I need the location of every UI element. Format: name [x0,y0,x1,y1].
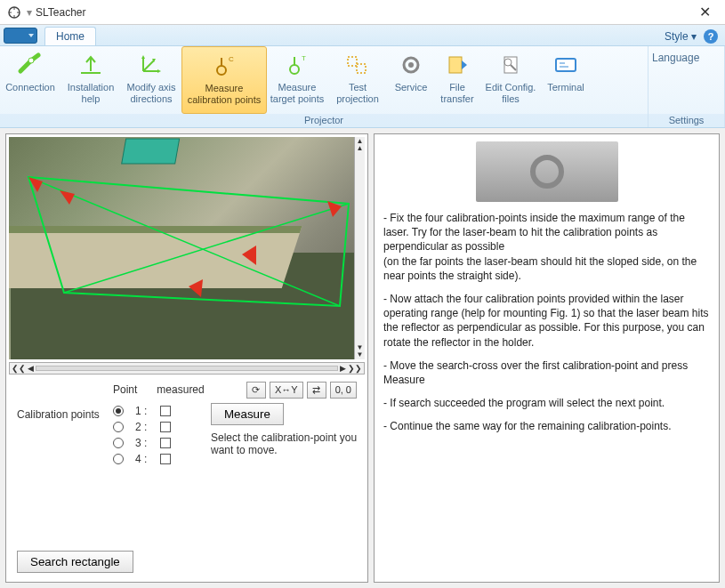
ribbon-label: Terminal [547,82,584,93]
search-rectangle-button[interactable]: Search rectangle [17,551,133,573]
controls-panel: ⟳ X↔Y ⇄ 0, 0 Point measured Calibration … [6,375,367,582]
svg-text:T: T [302,54,306,62]
projection-icon [342,52,373,78]
col-point-label: Point [113,383,137,396]
svg-point-9 [408,62,414,68]
horizontal-scrollbar[interactable]: ❮❮ ◀ ▶ ❯❯ [9,362,365,375]
point-num: 4 : [135,453,151,465]
quick-access-toolbar[interactable] [4,28,37,44]
ribbon-label: File transfer [436,82,479,104]
coords-display: 0, 0 [330,382,357,399]
ribbon-installation-help[interactable]: Installation help [60,46,121,114]
svg-marker-22 [60,190,75,205]
close-button[interactable]: ✕ [692,4,718,20]
help-button[interactable]: ? [704,29,718,44]
camera-image [9,137,365,359]
help-paragraph: - Fix the four calibration-points inside… [383,211,710,283]
scroll-down-icon[interactable]: ▼▼ [357,344,364,358]
svg-text:C: C [229,55,234,63]
measure-button[interactable]: Measure [211,403,284,425]
svg-rect-20 [122,139,180,164]
ribbon-terminal[interactable]: Terminal [541,46,591,114]
window-title: SLTeacher [36,6,85,19]
ribbon-measure-calibration[interactable]: C Measure calibration points [181,46,267,114]
ribbon-connection[interactable]: Connection [0,46,60,114]
style-menu[interactable]: Style ▾ [665,30,697,43]
help-paragraph: - Now attach the four calibration points… [383,292,710,350]
calibration-points-label: Calibration points [17,408,106,421]
target-t-icon: T [282,52,312,78]
svg-rect-6 [348,57,357,66]
help-paragraph: - If search succeeded the program will s… [383,396,710,410]
terminal-icon [551,52,581,78]
camera-viewer[interactable]: ▲▲ ▼▼ [9,137,365,359]
swap-xy-button[interactable]: X↔Y [270,382,303,399]
point-num: 1 : [135,405,151,417]
point-measured-1[interactable] [160,406,171,416]
point-measured-3[interactable] [160,438,171,448]
scroll-left-icon[interactable]: ◀ [28,364,34,373]
point-radio-4[interactable] [113,454,124,464]
left-panel: ▲▲ ▼▼ ❮❮ ◀ ▶ ❯❯ ⟳ X↔Y ⇄ 0, 0 Point measu… [5,133,368,583]
ribbon-test-projection[interactable]: Test projection [327,46,388,114]
ribbon-label: Service [395,82,428,93]
ribbon-group-projector-label: Projector [0,114,648,127]
svg-rect-7 [357,64,366,73]
scroll-up-icon[interactable]: ▲▲ [357,138,364,152]
help-panel: - Fix the four calibration-points inside… [374,133,720,583]
point-num: 3 : [135,437,151,449]
ribbon-label: Test projection [329,82,386,104]
ribbon: Connection Installation help Modify axis… [0,46,725,128]
svg-point-1 [28,58,34,63]
scroll-right-fast-icon[interactable]: ❯❯ [348,364,362,373]
ribbon-label: Measure calibration points [184,83,264,105]
vertical-scrollbar[interactable]: ▲▲ ▼▼ [354,137,365,359]
point-measured-2[interactable] [160,422,171,432]
ribbon-modify-axis[interactable]: Modify axis directions [121,46,181,114]
point-radio-3[interactable] [113,438,124,448]
ribbon-label: Connection [5,82,55,93]
col-measured-label: measured [157,383,204,396]
hint-text: Select the calibration-point you want to… [211,431,362,456]
plug-icon [15,52,45,78]
ribbon-group-settings-label: Settings [648,114,724,127]
svg-point-2 [217,66,226,75]
tab-home[interactable]: Home [44,27,96,45]
transfer-icon [442,52,472,78]
target-c-icon: C [209,52,239,79]
point-num: 2 : [135,421,151,433]
svg-rect-13 [556,59,576,71]
svg-rect-10 [449,57,462,73]
ribbon-label: Measure target points [269,82,326,104]
style-label: Style [665,30,689,43]
edit-file-icon [495,52,526,78]
point-radio-1[interactable] [113,406,124,416]
ribbon-tab-strip: Home Style ▾ ? [0,25,725,46]
ribbon-service[interactable]: Service [388,46,434,114]
help-paragraph: - Move the search-cross over the first c… [383,358,710,387]
ribbon-label: Installation help [62,82,119,104]
swap-button[interactable]: ⇄ [307,382,326,399]
ribbon-language[interactable]: Language [652,52,721,64]
ribbon-edit-config[interactable]: Edit Config. files [480,46,541,114]
scroll-right-icon[interactable]: ▶ [340,364,346,373]
refresh-button[interactable]: ⟳ [246,382,266,399]
ribbon-label: Modify axis directions [123,82,180,104]
ribbon-measure-target[interactable]: T Measure target points [267,46,327,114]
help-paragraph: - Continue the same way for the remainin… [383,419,710,433]
install-icon [76,52,106,78]
axes-icon [136,52,166,78]
ribbon-file-transfer[interactable]: File transfer [434,46,480,114]
scroll-left-fast-icon[interactable]: ❮❮ [12,364,26,373]
titlebar: ▾ SLTeacher ✕ [0,0,725,25]
app-icon [7,5,21,20]
svg-point-4 [290,65,299,74]
scrollbar-track[interactable] [36,366,338,371]
reflector-figure [476,141,618,202]
gear-icon [396,52,426,78]
qat-dropdown-indicator[interactable]: ▾ [27,6,32,19]
ribbon-label: Edit Config. files [482,82,539,104]
main-area: ▲▲ ▼▼ ❮❮ ◀ ▶ ❯❯ ⟳ X↔Y ⇄ 0, 0 Point measu… [0,128,725,588]
point-measured-4[interactable] [160,454,171,464]
point-radio-2[interactable] [113,422,124,432]
